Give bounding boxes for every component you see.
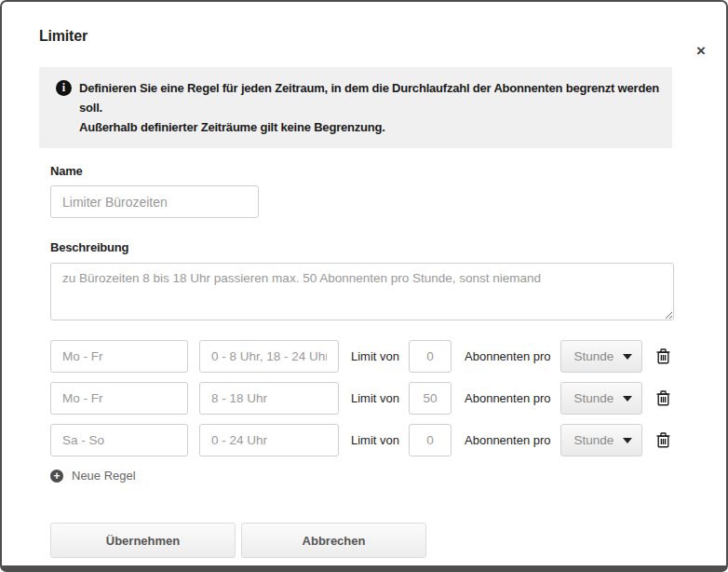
rule3-limit-label: Limit von: [351, 433, 399, 447]
rule3-per-label: Abonnenten pro: [465, 433, 551, 447]
chevron-down-icon: [623, 438, 632, 443]
dialog-body: × Limiter i Definieren Sie eine Regel fü…: [2, 28, 726, 572]
rule1-delete-button[interactable]: [654, 347, 672, 366]
rule1-unit-value: Stunde: [574, 349, 623, 363]
add-rule-button[interactable]: + Neue Regel: [50, 469, 136, 483]
info-text: Definieren Sie eine Regel für jeden Zeit…: [79, 78, 659, 137]
trash-icon: [656, 432, 670, 448]
trash-icon: [656, 348, 670, 364]
chevron-down-icon: [623, 396, 632, 402]
rule2-days-input[interactable]: [50, 382, 188, 415]
rule1-time-input[interactable]: [199, 340, 339, 373]
info-text-line1: Definieren Sie eine Regel für jeden Zeit…: [79, 78, 659, 117]
info-text-line2: Außerhalb definierter Zeiträume gilt kei…: [79, 117, 659, 137]
rule2-limit-label: Limit von: [351, 391, 399, 405]
info-banner: i Definieren Sie eine Regel für jeden Ze…: [39, 67, 672, 148]
dialog-title: Limiter: [39, 28, 672, 45]
description-label: Beschreibung: [50, 240, 672, 254]
rule-row-1: Limit von Abonnenten pro Stunde: [50, 340, 672, 373]
apply-button[interactable]: Übernehmen: [50, 523, 236, 558]
trash-icon: [656, 390, 670, 406]
rule1-days-input[interactable]: [50, 340, 188, 373]
chevron-down-icon: [623, 354, 632, 360]
limiter-dialog: × Limiter i Definieren Sie eine Regel fü…: [0, 0, 728, 572]
rule3-unit-value: Stunde: [574, 433, 623, 447]
rule3-time-input[interactable]: [199, 424, 339, 456]
rule1-limit-input[interactable]: [409, 340, 452, 373]
rule2-limit-input[interactable]: [409, 382, 452, 415]
rule1-unit-select[interactable]: Stunde: [560, 340, 642, 373]
rule3-days-input[interactable]: [50, 424, 188, 456]
cancel-button[interactable]: Abbrechen: [241, 523, 426, 558]
rule3-delete-button[interactable]: [654, 430, 672, 450]
rules-list: Limit von Abonnenten pro Stunde: [39, 340, 672, 456]
rule-row-3: Limit von Abonnenten pro Stunde: [50, 424, 672, 456]
dialog-button-bar: Übernehmen Abbrechen: [50, 523, 672, 558]
rule2-per-label: Abonnenten pro: [465, 391, 551, 405]
rule-row-2: Limit von Abonnenten pro Stunde: [50, 382, 672, 415]
plus-icon: +: [50, 470, 63, 483]
rule1-per-label: Abonnenten pro: [465, 349, 551, 363]
close-icon[interactable]: ×: [696, 43, 706, 59]
rule2-unit-value: Stunde: [574, 391, 623, 405]
rule3-limit-input[interactable]: [409, 424, 452, 456]
rule2-time-input[interactable]: [199, 382, 339, 415]
rule2-delete-button[interactable]: [654, 388, 672, 408]
rule3-unit-select[interactable]: Stunde: [560, 424, 642, 456]
add-rule-label: Neue Regel: [72, 469, 136, 483]
description-textarea[interactable]: zu Bürozeiten 8 bis 18 Uhr passieren max…: [50, 263, 674, 320]
rule2-unit-select[interactable]: Stunde: [560, 382, 642, 415]
info-icon: i: [56, 80, 72, 96]
name-label: Name: [50, 164, 672, 178]
rule1-limit-label: Limit von: [351, 349, 399, 363]
name-input[interactable]: [50, 185, 259, 218]
